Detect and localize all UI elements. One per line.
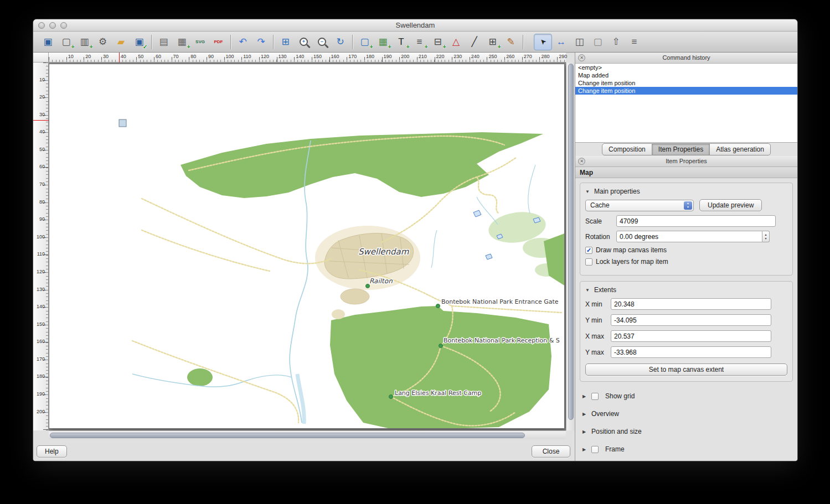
save-as-template-icon: ▣✓ (133, 36, 146, 48)
export-as-svg-button[interactable]: SVG (191, 34, 209, 50)
move-item-content-button[interactable]: ↔ (552, 34, 570, 50)
add-new-scalebar-button[interactable]: ⊟+ (429, 34, 447, 50)
close-button[interactable]: Close (532, 445, 570, 458)
duplicate-composition-icon: ▥+ (78, 36, 91, 48)
history-item[interactable]: Change item position (575, 87, 797, 95)
export-as-image-button[interactable]: ▦+ (173, 34, 191, 50)
v-ruler-tick-label: 20 (39, 94, 45, 100)
redo-button[interactable]: ↷ (252, 34, 270, 50)
selection-handle[interactable] (119, 119, 126, 127)
plus-badge-icon: + (90, 44, 93, 50)
section-overview[interactable]: ▶Overview (579, 405, 793, 423)
rotation-spinner[interactable]: ▲ ▼ (762, 231, 770, 242)
scale-label: Scale (585, 217, 616, 225)
add-new-legend-glyph: ≡ (417, 37, 422, 46)
history-item[interactable]: Change item position (575, 79, 797, 87)
add-new-map-button[interactable]: ▢+ (355, 34, 374, 50)
x-max-input[interactable] (611, 330, 771, 342)
set-to-map-canvas-extent-button[interactable]: Set to map canvas extent (585, 363, 787, 376)
add-image-icon: ▦+ (377, 36, 390, 48)
composition-page[interactable]: Swellendam Railton Bontebok National Par… (49, 64, 565, 429)
select-move-item-button[interactable]: ➤ (534, 34, 552, 50)
raise-selected-items-icon: ⇧ (610, 36, 623, 48)
history-item[interactable]: Map added (575, 71, 797, 79)
add-html-frame-button[interactable]: ✎ (502, 34, 520, 50)
zoom-out-button[interactable]: − (313, 34, 331, 50)
section-show-grid[interactable]: ▶Show grid (579, 387, 793, 405)
minimize-window-button[interactable] (49, 22, 56, 29)
save-as-template-button[interactable]: ▣✓ (130, 34, 148, 50)
tab-item-properties[interactable]: Item Properties (652, 143, 710, 155)
close-panel-icon[interactable]: ✕ (578, 54, 585, 61)
ruler-corner (33, 53, 49, 63)
align-items-button[interactable]: ≡ (625, 34, 643, 50)
toolbar-separator (151, 35, 152, 49)
h-ruler-tick-label: 80 (190, 54, 196, 59)
horizontal-scrollbar[interactable] (49, 430, 566, 439)
zoom-window-button[interactable] (60, 22, 67, 29)
frame-checkbox[interactable] (591, 446, 599, 453)
history-item[interactable]: <empty> (575, 64, 797, 71)
new-composition-button[interactable]: ▢+ (57, 34, 75, 50)
update-preview-button[interactable]: Update preview (699, 199, 762, 211)
zoom-in-button[interactable]: + (295, 34, 313, 50)
add-arrow-button[interactable]: ╱ (465, 34, 483, 50)
v-ruler-tick-label: 180 (37, 373, 45, 379)
extents-section-header[interactable]: ▼ Extents (585, 286, 787, 294)
add-new-label-button[interactable]: T+ (392, 34, 410, 50)
rotation-input[interactable] (616, 231, 762, 242)
plus-badge-icon: + (370, 44, 373, 50)
zoom-full-button[interactable]: ⊞ (276, 34, 295, 50)
section-position-and-size[interactable]: ▶Position and size (579, 423, 793, 440)
main-properties-section-header[interactable]: ▼ Main properties (585, 188, 787, 195)
lock-layers-checkbox[interactable] (585, 258, 592, 266)
h-ruler-tick-label: 210 (419, 54, 427, 59)
map-mode-dropdown[interactable]: Cache ▲ ▼ (585, 200, 694, 211)
vertical-scrollbar[interactable] (566, 63, 575, 430)
spinner-down-icon: ▼ (765, 237, 767, 240)
poi-entrance-gate (436, 304, 440, 308)
scale-input[interactable] (616, 215, 776, 227)
duplicate-composition-button[interactable]: ▥+ (75, 34, 94, 50)
horizontal-scrollbar-thumb[interactable] (50, 433, 525, 438)
composer-window: Swellendam ▣▢+▥+⚙▰▣✓▤▦+SVGPDF↶↷⊞+−↻▢+▦+T… (33, 19, 797, 461)
draw-map-canvas-items-checkbox[interactable]: ✓ (585, 247, 592, 254)
x-min-input[interactable] (611, 298, 771, 310)
h-ruler-tick-label: 240 (471, 54, 480, 59)
export-as-image-glyph: ▦ (177, 37, 186, 46)
y-min-input[interactable] (611, 314, 771, 326)
lock-items-button[interactable]: ▢ (589, 34, 607, 50)
show-grid-checkbox[interactable] (591, 393, 599, 400)
section-frame[interactable]: ▶Frame (579, 440, 793, 458)
undo-button[interactable]: ↶ (234, 34, 252, 50)
tab-composition[interactable]: Composition (602, 143, 652, 155)
export-as-pdf-button[interactable]: PDF (209, 34, 228, 50)
help-button[interactable]: Help (37, 445, 67, 458)
composition-manager-button[interactable]: ⚙ (94, 34, 112, 50)
side-panel: ✕ Command history <empty>Map addedChange… (575, 53, 797, 461)
load-from-template-button[interactable]: ▰ (112, 34, 130, 50)
vertical-scrollbar-thumb[interactable] (568, 64, 574, 420)
add-attribute-table-button[interactable]: ⊞+ (483, 34, 502, 50)
group-items-button[interactable]: ◫ (570, 34, 589, 50)
v-ruler-tick-label: 60 (39, 164, 45, 169)
move-item-content-glyph: ↔ (556, 37, 566, 46)
cursor-position-marker-y (33, 120, 49, 121)
refresh-view-glyph: ↻ (336, 37, 344, 46)
close-panel-icon[interactable]: ✕ (578, 158, 585, 165)
tab-atlas-generation[interactable]: Atlas generation (710, 143, 771, 155)
add-new-legend-button[interactable]: ≡+ (410, 34, 429, 50)
y-max-input[interactable] (611, 346, 771, 358)
add-image-button[interactable]: ▦+ (374, 34, 392, 50)
raise-selected-items-button[interactable]: ⇧ (607, 34, 625, 50)
print-button[interactable]: ▤ (154, 34, 173, 50)
collapsed-sections: ▶Show grid▶Overview▶Position and size▶Fr… (579, 387, 793, 458)
export-as-pdf-icon: PDF (212, 36, 225, 48)
add-basic-shape-button[interactable]: △ (447, 34, 465, 50)
v-ruler-tick-label: 10 (39, 77, 45, 82)
align-items-glyph: ≡ (632, 37, 637, 46)
save-project-button[interactable]: ▣ (39, 34, 57, 50)
refresh-view-button[interactable]: ↻ (331, 34, 349, 50)
main-properties-group: ▼ Main properties Cache ▲ ▼ Update previ… (580, 183, 793, 276)
close-window-button[interactable] (38, 22, 45, 29)
